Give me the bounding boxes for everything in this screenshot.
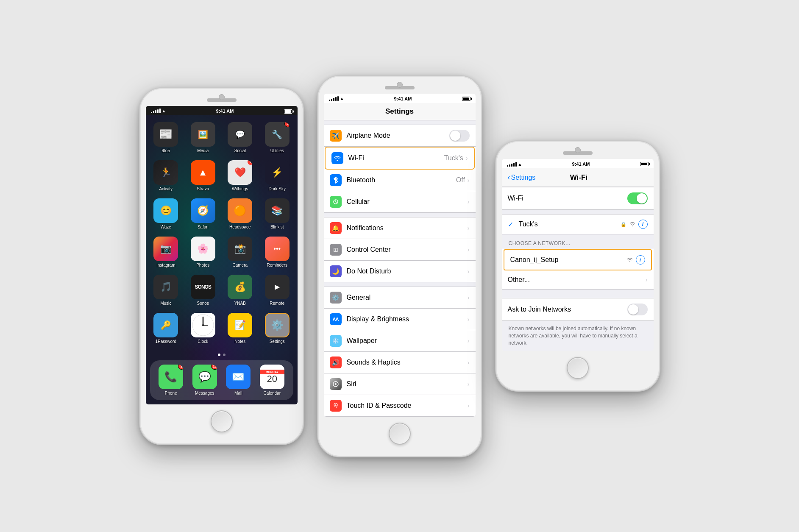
app-9to5[interactable]: 📰 9to5 <box>151 122 181 153</box>
phone-3: ▲ 9:41 AM ‹ Settings Wi-Fi <box>495 140 660 391</box>
settings-group-2: 🔔 Notifications › ⊞ Control Center › 🌙 D… <box>324 217 476 282</box>
canon-wifi-svg <box>626 257 633 262</box>
settings-touchid[interactable]: Touch ID & Passcode › <box>324 395 476 416</box>
app-reminders[interactable]: ••• Reminders <box>262 237 292 268</box>
signal-bars-3 <box>507 162 517 167</box>
battery-1 <box>284 109 292 114</box>
app-label-strava: Strava <box>197 187 209 192</box>
settings-airplane[interactable]: ✈️ Airplane Mode <box>324 125 476 147</box>
app-label-utilities: Utilities <box>270 148 284 153</box>
dock-mail[interactable]: ✉️ Mail <box>226 365 251 396</box>
app-icon-clock <box>191 313 215 337</box>
app-utilities[interactable]: 🔧 2 Utilities <box>262 122 292 153</box>
app-instagram[interactable]: 📷 Instagram <box>151 237 181 268</box>
app-label-media: Media <box>197 148 209 153</box>
canon-info-button[interactable]: i <box>636 255 645 265</box>
ask-join-toggle[interactable] <box>627 304 648 315</box>
phone-3-home-button[interactable] <box>567 357 589 379</box>
dock-calendar[interactable]: Monday 20 Calendar <box>260 365 284 396</box>
battery-3 <box>640 162 649 166</box>
sb2 <box>331 99 332 101</box>
app-remote[interactable]: ▶ Remote <box>262 275 292 306</box>
settings-dnd[interactable]: 🌙 Do Not Disturb › <box>324 261 476 282</box>
dock-phone[interactable]: 📞 2 Phone <box>159 365 183 396</box>
app-label-camera: Camera <box>232 263 248 268</box>
settings-general[interactable]: ⚙️ General › <box>324 287 476 309</box>
app-blinkist[interactable]: 📚 Blinkist <box>262 198 292 230</box>
wifi-screen: ▲ 9:41 AM ‹ Settings Wi-Fi <box>502 159 654 351</box>
wifi-toggle-row[interactable]: Wi-Fi <box>502 187 654 209</box>
phone-1-home-button[interactable] <box>211 410 233 432</box>
app-icon-instagram: 📷 <box>153 237 178 261</box>
settings-title: Settings <box>324 103 476 120</box>
app-photos[interactable]: 🌸 Photos <box>188 237 218 268</box>
back-label: Settings <box>511 174 536 181</box>
app-label-notes: Notes <box>234 339 245 344</box>
settings-wifi[interactable]: Wi-Fi Tuck's › <box>325 147 475 170</box>
control-center-label: Control Center <box>347 246 468 253</box>
wifi-toggle[interactable] <box>627 192 648 204</box>
checkmark-icon: ✓ <box>508 220 515 228</box>
siri-label: Siri <box>347 380 468 388</box>
settings-siri[interactable]: Siri › <box>324 373 476 395</box>
settings-display[interactable]: AA Display & Brightness › <box>324 309 476 330</box>
phone-2-home-button[interactable] <box>389 423 411 445</box>
dock-messages[interactable]: 💬 11 Messages <box>192 365 217 396</box>
settings-wallpaper[interactable]: ❄️ Wallpaper › <box>324 330 476 352</box>
airplane-toggle[interactable] <box>449 130 470 142</box>
app-social[interactable]: 💬 Social <box>225 122 256 153</box>
settings-bluetooth[interactable]: Bluetooth Off › <box>324 170 476 191</box>
status-signal: ▲ <box>151 109 166 113</box>
current-network-row[interactable]: ✓ Tuck's 🔒 i <box>502 214 654 234</box>
app-label-withings: Withings <box>232 187 248 192</box>
wifi-back-button[interactable]: ‹ Settings <box>508 173 536 182</box>
notifications-icon: 🔔 <box>330 222 342 234</box>
dock-icon-calendar: Monday 20 <box>260 365 284 389</box>
display-icon: AA <box>330 313 342 325</box>
sb4 <box>335 97 337 101</box>
app-media[interactable]: 🖼️ Media <box>188 122 218 153</box>
sb5 <box>337 96 339 101</box>
app-ynab[interactable]: 💰 YNAB <box>225 275 256 306</box>
network-canon[interactable]: Canon_ij_Setup i <box>504 249 652 270</box>
cellular-chevron: › <box>468 198 470 205</box>
current-network-icons: 🔒 i <box>621 220 648 229</box>
display-label: Display & Brightness <box>347 315 468 323</box>
app-music[interactable]: 🎵 Music <box>151 275 181 306</box>
settings-sounds[interactable]: 🔊 Sounds & Haptics › <box>324 352 476 373</box>
app-label-music: Music <box>160 301 171 306</box>
app-withings[interactable]: ❤️ 1 Withings <box>225 160 256 192</box>
app-safari[interactable]: 🧭 Safari <box>188 198 218 230</box>
battery-fill-3 <box>641 163 647 165</box>
current-network-info[interactable]: i <box>638 220 648 229</box>
app-label-9to5: 9to5 <box>162 148 170 153</box>
app-sonos[interactable]: SONOS Sonos <box>188 275 218 306</box>
app-strava[interactable]: ▲ Strava <box>188 160 218 192</box>
app-1password[interactable]: 🔑 1Password <box>151 313 181 344</box>
app-label-photos: Photos <box>196 263 209 268</box>
app-waze[interactable]: 😊 Waze <box>151 198 181 230</box>
phone-2: ▲ 9:41 AM Settings ✈️ Airplane Mode <box>317 75 482 457</box>
settings-control-center[interactable]: ⊞ Control Center › <box>324 239 476 261</box>
settings-notifications[interactable]: 🔔 Notifications › <box>324 217 476 239</box>
app-label-settings: Settings <box>270 339 285 344</box>
phone-1-screen: ▲ 9:41 AM 📰 9to5 <box>146 106 298 404</box>
app-settings[interactable]: ⚙️ Settings <box>262 313 292 344</box>
siri-chevron: › <box>468 381 470 387</box>
touchid-icon <box>330 400 342 412</box>
available-networks-group: Canon_ij_Setup i Other... <box>502 249 654 290</box>
app-camera[interactable]: 📸 Camera <box>225 237 256 268</box>
app-clock[interactable]: Clock <box>188 313 218 344</box>
app-activity[interactable]: 🏃 Activity <box>151 160 181 192</box>
network-other[interactable]: Other... › <box>502 270 654 289</box>
wifi-icon-status: ▲ <box>162 109 166 113</box>
ask-join-row[interactable]: Ask to Join Networks <box>502 298 654 320</box>
dock-label-phone: Phone <box>165 391 177 396</box>
page-dots <box>146 351 298 359</box>
app-darksky[interactable]: ⚡ Dark Sky <box>262 160 292 192</box>
app-headspace[interactable]: 🟠 Headspace <box>225 198 256 230</box>
wallpaper-chevron: › <box>468 337 470 344</box>
settings-cellular[interactable]: Cellular › <box>324 191 476 212</box>
app-notes[interactable]: 📝 Notes <box>225 313 256 344</box>
app-icon-1password: 🔑 <box>153 313 178 337</box>
